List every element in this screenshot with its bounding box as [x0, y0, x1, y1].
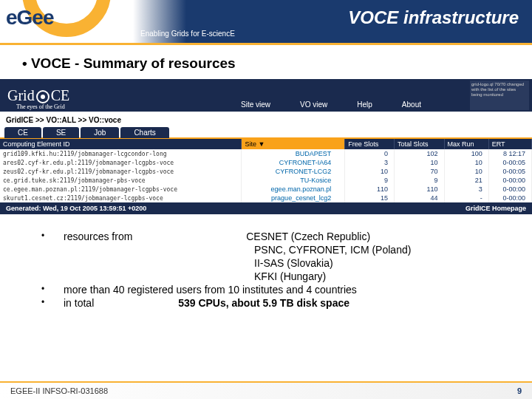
list-item: KFKI (Hungary)	[22, 270, 532, 282]
gridice-logo: GridCE The eyes of the Grid	[7, 87, 69, 104]
col-total-slots[interactable]: Total Slots	[395, 139, 445, 149]
table-header-row: Computing Element ID Site ▼ Free Slots T…	[0, 139, 532, 149]
tab-job[interactable]: Job	[81, 127, 119, 138]
gridice-stats-box: grid-logo.ql 70/70 changed with the list…	[470, 81, 529, 110]
tagline: Enabling Grids for E-sciencE	[140, 30, 235, 38]
menu-about[interactable]: About	[402, 100, 421, 109]
bullet-text: in total 539 CPUs, about 5.9 TB disk spa…	[64, 297, 532, 309]
bullet-text: more than 40 registered users from 10 in…	[64, 284, 532, 296]
list-item: • in total 539 CPUs, about 5.9 TB disk s…	[22, 297, 532, 309]
gridice-header: GridCE The eyes of the Grid Site view VO…	[0, 79, 532, 112]
tab-se[interactable]: SE	[43, 127, 79, 138]
breadcrumb: GridICE >> VO::ALL >> VO::voce	[0, 113, 532, 127]
list-item: • resources from CESNET (Czech Republic)	[22, 231, 532, 242]
tab-ce[interactable]: CE	[4, 127, 41, 138]
col-ce-id[interactable]: Computing Element ID	[0, 139, 242, 149]
table-row: zeus02.cyf-kr.edu.pl:2119/jobmanager-lcg…	[0, 167, 532, 176]
list-item: II-SAS (Slovakia)	[22, 257, 532, 269]
gridice-footer: Generated: Wed, 19 Oct 2005 13:59:51 +02…	[0, 202, 532, 214]
table-row: ce.egee.man.poznan.pl:2119/jobmanager-lc…	[0, 185, 532, 194]
bullet-list: • resources from CESNET (Czech Republic)…	[22, 231, 532, 309]
col-site[interactable]: Site ▼	[242, 139, 345, 149]
col-ert[interactable]: ERT	[488, 139, 531, 149]
menu-help[interactable]: Help	[357, 100, 372, 109]
bullet-icon: •	[22, 284, 64, 296]
bullet-text: resources from CESNET (Czech Republic)	[64, 231, 532, 242]
table-row: ares02.cyf-kr.edu.pl:2119/jobmanager-lcg…	[0, 158, 532, 167]
gridice-screenshot: GridCE The eyes of the Grid Site view VO…	[0, 79, 532, 214]
col-free-slots[interactable]: Free Slots	[345, 139, 395, 149]
page-title: VOCE infrastructure	[348, 7, 519, 28]
gridice-menu: Site view VO view Help About	[241, 100, 421, 109]
list-item: • more than 40 registered users from 10 …	[22, 284, 532, 296]
table-row: skurut1.cesnet.cz:2119/jobmanager-lcgpbs…	[0, 194, 532, 202]
gridice-homepage-link[interactable]: GridICE Homepage	[466, 205, 526, 212]
menu-vo-view[interactable]: VO view	[300, 100, 327, 109]
table-body: grid109.kfki.hu:2119/jobmanager-lcgcondo…	[0, 149, 532, 202]
egee-logo: eGee	[0, 0, 133, 43]
page-number: 9	[517, 386, 522, 395]
gridice-logo-sub: The eyes of the Grid	[16, 103, 65, 110]
menu-site-view[interactable]: Site view	[241, 100, 270, 109]
bullet-icon: •	[22, 231, 64, 242]
list-item: PSNC, CYFRONET, ICM (Poland)	[22, 244, 532, 256]
resource-table: Computing Element ID Site ▼ Free Slots T…	[0, 139, 532, 202]
table-row: grid109.kfki.hu:2119/jobmanager-lcgcondo…	[0, 149, 532, 158]
section-heading: • VOCE - Summary of resources	[22, 55, 532, 72]
footer-id: EGEE-II INFSO-RI-031688	[10, 386, 108, 395]
generated-timestamp: Generated: Wed, 19 Oct 2005 13:59:51 +02…	[6, 205, 146, 212]
tab-charts[interactable]: Charts	[120, 127, 168, 138]
eye-icon	[36, 90, 50, 103]
col-max-run[interactable]: Max Run	[444, 139, 488, 149]
logo-text: eGee	[6, 6, 54, 30]
slide-header: eGee VOCE infrastructure Enabling Grids …	[0, 0, 532, 43]
slide-footer: EGEE-II INFSO-RI-031688 9	[0, 381, 532, 399]
content-area: • VOCE - Summary of resources GridCE The…	[0, 45, 532, 309]
gridice-tabs: CE SE Job Charts	[0, 127, 532, 138]
bullet-icon: •	[22, 297, 64, 309]
table-row: ce.grid.tuke.sk:2119/jobmanager-pbs-voce…	[0, 176, 532, 185]
